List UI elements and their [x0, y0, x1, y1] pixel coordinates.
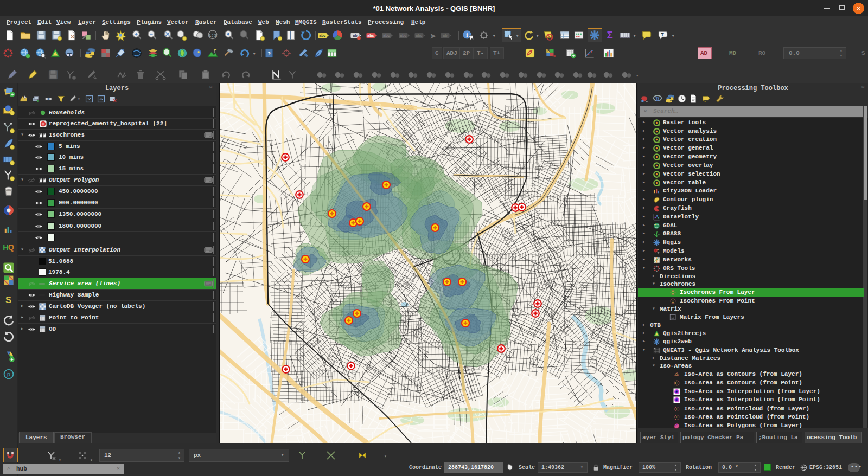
svg-text:T: T	[661, 32, 664, 37]
svg-text:Q: Q	[8, 243, 14, 252]
svg-text:D: D	[552, 54, 556, 59]
svg-text:abc: abc	[400, 34, 406, 38]
svg-text:Σ: Σ	[607, 29, 612, 41]
svg-text:S: S	[5, 295, 11, 305]
svg-text:abc: abc	[416, 34, 422, 38]
svg-text:abc: abc	[319, 34, 326, 38]
svg-text:p: p	[7, 371, 10, 377]
svg-text:abc: abc	[367, 34, 374, 38]
svg-text:i: i	[466, 31, 468, 38]
svg-text:abc: abc	[383, 34, 390, 38]
svg-text:ab: ab	[353, 34, 358, 38]
svg-text:?: ?	[267, 50, 271, 56]
svg-text:➤: ➤	[430, 32, 436, 40]
svg-text:S: S	[547, 48, 550, 53]
svg-text:ab: ab	[443, 34, 448, 38]
svg-text:R: R	[655, 96, 660, 102]
